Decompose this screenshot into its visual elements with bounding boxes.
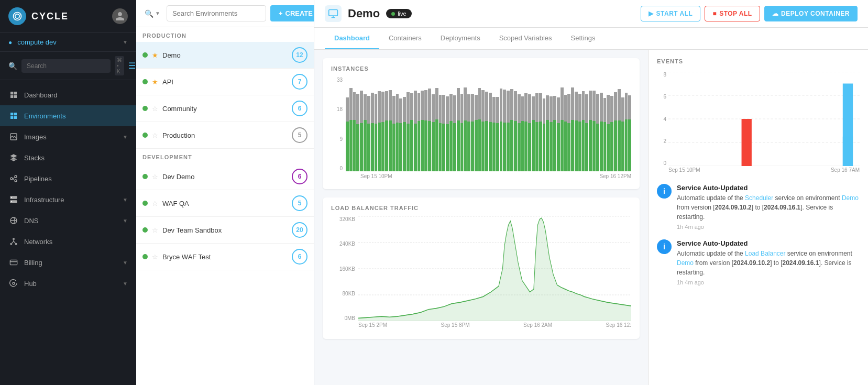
sidebar-item-networks[interactable]: Networks — [0, 231, 136, 252]
logo-area: CYCLE — [0, 0, 136, 33]
search-chevron-icon: ▼ — [155, 10, 160, 16]
env-item-production[interactable]: ☆ Production 5 — [136, 122, 314, 149]
user-chevron: ▼ — [123, 39, 128, 45]
instance-bar-54 — [539, 77, 542, 171]
start-all-button[interactable]: ▶ START ALL — [641, 6, 700, 21]
bar-green-54 — [539, 122, 542, 171]
bar-grey-69 — [592, 91, 596, 121]
bar-green-47 — [514, 121, 517, 171]
ev-x-sep16: Sep 16 7AM — [831, 167, 860, 173]
bar-grey-71 — [600, 93, 603, 122]
sidebar-item-billing[interactable]: Billing ▼ — [0, 252, 136, 273]
instance-bar-24 — [432, 77, 435, 171]
bar-green-36 — [475, 120, 478, 171]
list-icon[interactable]: ☰ — [128, 61, 136, 71]
instance-bar-47 — [514, 77, 517, 171]
bar-empty-16 — [403, 77, 406, 97]
bar-empty-66 — [582, 77, 585, 91]
sidebar-item-stacks[interactable]: Stacks — [0, 147, 136, 168]
sidebar-item-images[interactable]: Images ▼ — [0, 126, 136, 147]
bar-green-4 — [360, 123, 363, 171]
instance-bar-34 — [467, 77, 470, 171]
bar-empty-79 — [628, 77, 631, 95]
bar-empty-47 — [514, 77, 517, 91]
sidebar-item-dashboard[interactable]: Dashboard — [0, 84, 136, 105]
demo-link-1[interactable]: Demo — [842, 194, 859, 202]
bar-grey-15 — [399, 98, 402, 124]
tab-scoped-variables[interactable]: Scoped Variables — [490, 28, 562, 49]
sidebar-item-infrastructure[interactable]: Infrastructure ▼ — [0, 189, 136, 210]
tab-deployments[interactable]: Deployments — [431, 28, 490, 49]
tab-containers[interactable]: Containers — [379, 28, 431, 49]
lb-chart: 320KB 240KB 160KB 80KB 0MB — [331, 216, 631, 332]
bar-empty-52 — [532, 77, 535, 96]
sidebar-search-input[interactable] — [21, 59, 111, 73]
instance-bar-73 — [607, 77, 610, 171]
bar-green-2 — [353, 120, 356, 171]
bar-green-67 — [585, 123, 588, 171]
event-text-1: Automatic update of the Scheduler servic… — [677, 193, 860, 222]
sidebar-item-pipelines[interactable]: Pipelines — [0, 168, 136, 189]
tab-dashboard[interactable]: Dashboard — [325, 28, 379, 49]
bar-green-30 — [453, 123, 456, 171]
env-item-waf-qa[interactable]: ☆ WAF QA 5 — [136, 190, 314, 217]
bar-empty-65 — [578, 77, 581, 94]
bar-grey-17 — [406, 92, 410, 124]
lb-y-0: 0MB — [331, 315, 355, 321]
bar-empty-33 — [464, 77, 467, 87]
instance-bar-40 — [489, 77, 492, 171]
env-item-bryce-waf-test[interactable]: ☆ Bryce WAF Test 6 — [136, 244, 314, 270]
user-area[interactable]: ● compute dev ▼ — [0, 33, 136, 52]
lb-x-sep16-2am: Sep 16 2AM — [523, 322, 552, 328]
bar-grey-26 — [439, 95, 442, 123]
bar-empty-41 — [492, 77, 496, 97]
instance-bar-32 — [460, 77, 464, 171]
infra-chevron: ▼ — [123, 197, 128, 203]
bar-grey-53 — [535, 93, 539, 122]
search-dropdown-btn[interactable]: 🔍 ▼ — [142, 7, 162, 20]
bar-empty-30 — [453, 77, 456, 95]
bar-grey-42 — [496, 97, 499, 123]
search-environments-input[interactable] — [167, 5, 266, 21]
images-chevron: ▼ — [123, 134, 128, 140]
bar-green-56 — [546, 120, 549, 171]
bar-empty-37 — [478, 77, 481, 88]
instance-bar-74 — [610, 77, 613, 171]
env-star-production: ☆ — [152, 131, 158, 139]
instance-bar-37 — [478, 77, 481, 171]
sidebar-item-hub[interactable]: Hub ▼ — [0, 273, 136, 294]
create-button[interactable]: + CREATE — [270, 5, 321, 21]
lb-link[interactable]: Load Balancer — [745, 250, 785, 257]
demo-link-2[interactable]: Demo — [677, 259, 694, 267]
bar-grey-46 — [510, 89, 513, 119]
stop-all-button[interactable]: ■ STOP ALL — [705, 6, 760, 21]
bar-empty-7 — [371, 77, 374, 93]
instance-bar-59 — [557, 77, 560, 171]
bar-green-38 — [481, 122, 485, 171]
deploy-container-button[interactable]: ☁ DEPLOY CONTAINER — [764, 6, 858, 21]
pipelines-label: Pipelines — [24, 175, 128, 183]
tab-settings[interactable]: Settings — [562, 28, 605, 49]
images-icon — [8, 131, 19, 142]
env-status-dot-dev-team-sandbox — [142, 227, 148, 233]
avatar[interactable] — [112, 8, 128, 24]
scheduler-link[interactable]: Scheduler — [745, 194, 773, 202]
bar-green-76 — [618, 120, 621, 171]
env-count-community: 6 — [292, 101, 307, 116]
env-item-demo[interactable]: ★ Demo 12 — [136, 42, 314, 69]
sidebar-item-environments[interactable]: Environments — [0, 105, 136, 126]
bar-empty-24 — [432, 77, 435, 94]
bar-green-29 — [449, 121, 453, 171]
env-item-dev-demo[interactable]: ☆ Dev Demo 6 — [136, 163, 314, 190]
instance-bar-23 — [428, 77, 431, 171]
env-item-dev-team-sandbox[interactable]: ☆ Dev Team Sandbox 20 — [136, 217, 314, 244]
instance-bar-64 — [575, 77, 578, 171]
bar-green-49 — [521, 121, 524, 171]
bar-green-34 — [467, 122, 470, 171]
env-item-community[interactable]: ☆ Community 6 — [136, 95, 314, 122]
env-item-api[interactable]: ★ API 7 — [136, 69, 314, 95]
bar-green-17 — [406, 124, 410, 171]
sidebar-item-dns[interactable]: DNS ▼ — [0, 210, 136, 231]
bar-empty-74 — [610, 77, 613, 96]
bar-empty-54 — [539, 77, 542, 93]
